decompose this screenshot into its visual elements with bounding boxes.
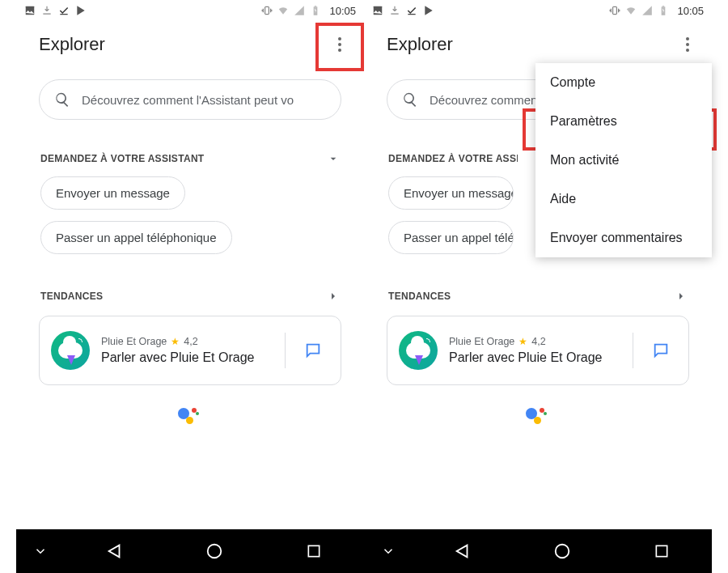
card-rating: 4,2 xyxy=(184,336,197,347)
divider xyxy=(285,333,286,368)
more-vertical-icon xyxy=(686,37,689,52)
android-nav-bar xyxy=(16,529,364,573)
chevron-right-icon xyxy=(675,290,688,303)
section-trends-label: TENDANCES xyxy=(40,291,103,302)
status-time: 10:05 xyxy=(677,5,704,17)
nav-home-button[interactable] xyxy=(512,542,612,560)
play-badge-icon xyxy=(75,5,87,16)
nav-collapse-button[interactable] xyxy=(16,544,65,558)
assistant-suggestions: Envoyer un message Passer un appel télép… xyxy=(16,172,364,254)
download-icon xyxy=(389,5,400,16)
page-title: Explorer xyxy=(39,34,105,55)
section-assistant-label: DEMANDEZ À VOTRE ASSISTANT xyxy=(388,153,518,164)
trend-card[interactable]: Pluie Et Orage ★ 4,2 Parler avec Pluie E… xyxy=(39,316,341,385)
wifi-icon xyxy=(277,5,289,16)
wifi-icon xyxy=(625,5,637,16)
nav-back-button[interactable] xyxy=(413,542,512,560)
card-app-icon xyxy=(399,331,438,370)
card-app-icon xyxy=(51,331,90,370)
app-bar: Explorer xyxy=(16,21,364,65)
gallery-icon xyxy=(24,5,36,16)
card-provider: Pluie Et Orage xyxy=(449,336,514,347)
status-bar: 10:05 xyxy=(16,0,364,21)
overflow-menu-button[interactable] xyxy=(330,32,349,57)
phone-screenshot-left: 10:05 Explorer Découvrez comment l'Assis… xyxy=(16,0,364,573)
card-chat-button[interactable] xyxy=(297,342,329,359)
status-time: 10:05 xyxy=(329,5,356,17)
menu-item-help[interactable]: Aide xyxy=(535,180,712,219)
card-title: Parler avec Pluie Et Orage xyxy=(101,350,273,366)
chevron-right-icon xyxy=(327,290,340,303)
vibrate-icon xyxy=(261,5,273,16)
section-trends-header[interactable]: TENDANCES xyxy=(364,254,712,309)
card-provider: Pluie Et Orage xyxy=(101,336,167,347)
svg-rect-9 xyxy=(662,6,664,6)
assistant-logo-row[interactable] xyxy=(364,385,712,437)
check-icon xyxy=(406,5,417,16)
trend-card[interactable]: Pluie Et Orage ★ 4,2 Parler avec Pluie E… xyxy=(387,316,689,385)
svg-rect-1 xyxy=(265,6,269,14)
status-bar: 10:05 xyxy=(364,0,712,21)
nav-recents-button[interactable] xyxy=(265,543,364,559)
android-nav-bar xyxy=(364,529,712,573)
nav-collapse-button[interactable] xyxy=(364,544,413,558)
section-assistant-label: DEMANDEZ À VOTRE ASSISTANT xyxy=(40,153,204,164)
card-title: Parler avec Pluie Et Orage xyxy=(449,350,621,366)
suggestion-chip[interactable]: Envoyer un message xyxy=(40,176,185,210)
phone-screenshot-right: 10:05 Explorer Découvrez comment l'Assis… xyxy=(364,0,712,573)
suggestion-chip[interactable]: Passer un appel téléphonique xyxy=(40,221,232,254)
card-rating: 4,2 xyxy=(531,336,545,347)
battery-icon xyxy=(310,5,321,16)
signal-icon xyxy=(294,5,305,16)
card-meta: Pluie Et Orage ★ 4,2 xyxy=(449,336,621,347)
google-assistant-icon xyxy=(178,405,202,429)
svg-rect-5 xyxy=(309,545,320,556)
google-assistant-icon xyxy=(526,405,550,429)
menu-item-feedback[interactable]: Envoyer commentaires xyxy=(535,219,712,257)
signal-icon xyxy=(641,5,653,16)
divider xyxy=(633,333,633,368)
svg-rect-3 xyxy=(315,6,316,6)
gallery-icon xyxy=(372,5,383,16)
search-placeholder: Découvrez comment l'Assistant peut vo xyxy=(82,93,294,107)
section-trends-label: TENDANCES xyxy=(388,291,451,302)
card-meta: Pluie Et Orage ★ 4,2 xyxy=(101,336,273,347)
card-chat-button[interactable] xyxy=(645,342,677,359)
nav-back-button[interactable] xyxy=(65,542,164,560)
play-badge-icon xyxy=(423,5,434,16)
nav-recents-button[interactable] xyxy=(612,543,712,559)
search-bar[interactable]: Découvrez comment l'Assistant peut vo xyxy=(39,79,341,120)
svg-point-10 xyxy=(556,545,569,558)
section-trends-header[interactable]: TENDANCES xyxy=(16,254,364,309)
svg-rect-7 xyxy=(613,6,617,14)
app-bar: Explorer xyxy=(364,21,712,65)
suggestion-chip[interactable]: Passer un appel téléphonique xyxy=(388,221,514,254)
chat-icon xyxy=(652,342,670,359)
overflow-menu: Compte Paramètres Mon activité Aide Envo… xyxy=(535,63,712,257)
nav-home-button[interactable] xyxy=(164,542,264,560)
vibrate-icon xyxy=(609,5,620,16)
assistant-logo-row[interactable] xyxy=(16,385,364,437)
download-icon xyxy=(41,5,53,16)
section-assistant-header[interactable]: DEMANDEZ À VOTRE ASSISTANT xyxy=(16,120,364,172)
battery-icon xyxy=(658,5,669,16)
menu-item-account[interactable]: Compte xyxy=(535,63,712,102)
menu-item-settings[interactable]: Paramètres xyxy=(535,102,712,141)
menu-item-activity[interactable]: Mon activité xyxy=(535,141,712,180)
star-icon: ★ xyxy=(171,336,180,347)
check-icon xyxy=(58,5,70,16)
chevron-down-icon xyxy=(327,152,340,165)
chat-icon xyxy=(304,342,322,359)
search-icon xyxy=(402,91,418,108)
page-title: Explorer xyxy=(387,34,453,55)
overflow-menu-button[interactable] xyxy=(678,32,697,57)
svg-rect-11 xyxy=(657,545,667,556)
svg-point-4 xyxy=(208,545,222,558)
more-vertical-icon xyxy=(338,37,341,52)
star-icon: ★ xyxy=(518,336,527,347)
search-icon xyxy=(54,91,70,108)
suggestion-chip[interactable]: Envoyer un message xyxy=(388,176,514,210)
